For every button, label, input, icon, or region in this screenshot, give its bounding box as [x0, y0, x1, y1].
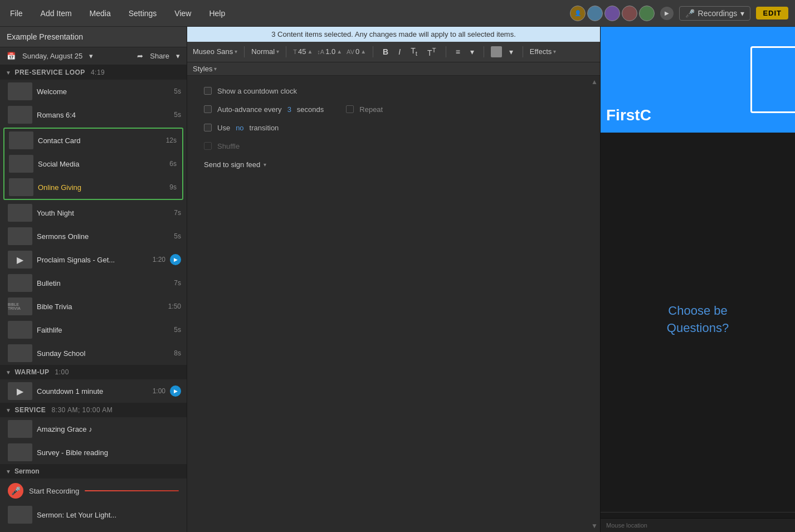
section-pre-service-loop[interactable]: ▼ PRE-SERVICE LOOP 4:19 [0, 65, 187, 80]
font-style-arrow: ▾ [276, 48, 279, 55]
send-sign-feed[interactable]: Send to sign feed ▾ [204, 160, 583, 169]
font-style-dropdown[interactable]: Normal ▾ [251, 47, 279, 56]
start-recording-row: 🎤 Start Recording [0, 479, 187, 503]
sidebar-header: Example Presentation [0, 27, 187, 47]
item-duration: 5s [174, 326, 181, 334]
menu-bar-left: File Add Item Media Settings View Help [7, 7, 570, 20]
toolbar-separator [373, 46, 373, 57]
line-height-control[interactable]: ↕A 1.0 ▲ [317, 47, 342, 56]
countdown-option: Show a countdown clock [204, 87, 583, 95]
line-height-value: 1.0 [325, 47, 335, 56]
toolbar-separator [244, 46, 245, 57]
send-sign-feed-label: Send to sign feed [204, 160, 260, 169]
item-label: Faithlife [37, 326, 167, 334]
list-item[interactable]: Survey - Bible reading [0, 441, 187, 464]
effects-dropdown[interactable]: Effects ▾ [530, 47, 557, 56]
list-item[interactable]: Bulletin 7s [0, 271, 187, 295]
list-item[interactable]: Sermons Online 5s [0, 224, 187, 248]
color-dropdown[interactable]: ▾ [506, 46, 516, 57]
menu-bar: File Add Item Media Settings View Help 👤… [0, 0, 795, 27]
font-family-dropdown[interactable]: Museo Sans ▾ [193, 47, 237, 56]
item-duration: 12s [166, 136, 177, 144]
scroll-down-button[interactable]: ▼ [591, 522, 598, 530]
subscript-button[interactable]: Tt [408, 45, 420, 58]
list-item[interactable]: Sermon: Let Your Light... [0, 503, 187, 526]
edit-button[interactable]: EDIT [756, 7, 788, 19]
list-item[interactable]: BIBLE TRIVIA Bible Trivia 1:50 [0, 295, 187, 318]
item-label: Welcome [37, 87, 167, 96]
toolbar-separator [286, 46, 286, 57]
section-warm-up[interactable]: ▼ WARM-UP 1:00 [0, 365, 187, 379]
scroll-up-button[interactable]: ▲ [591, 78, 598, 86]
section-service[interactable]: ▼ SERVICE 8:30 AM; 10:00 AM [0, 403, 187, 417]
main-layout: Example Presentation 📅 Sunday, August 25… [0, 27, 795, 532]
menu-file[interactable]: File [7, 7, 26, 20]
tracking-control[interactable]: AV 0 ▲ [347, 47, 366, 56]
share-button[interactable]: Share [150, 52, 169, 60]
list-item[interactable]: Amazing Grace ♪ [0, 417, 187, 441]
list-item[interactable]: ▶ Proclaim Signals - Get... 1:20 ▶ [0, 248, 187, 271]
menu-view[interactable]: View [171, 7, 194, 20]
item-duration: 8s [174, 349, 181, 357]
italic-button[interactable]: I [396, 46, 403, 57]
transition-checkbox[interactable] [204, 124, 212, 131]
countdown-checkbox[interactable] [204, 87, 212, 95]
menu-media[interactable]: Media [86, 7, 114, 20]
font-size-control[interactable]: T 45 ▲ [293, 47, 313, 56]
menu-help[interactable]: Help [206, 7, 228, 20]
recordings-dropdown-arrow: ▾ [740, 9, 744, 18]
line-height-icon: ↕A [317, 48, 324, 55]
auto-advance-checkbox[interactable] [204, 105, 212, 113]
superscript-button[interactable]: TT [425, 45, 439, 58]
list-item[interactable]: ▶ Countdown 1 minute 1:00 ▶ [0, 379, 187, 403]
list-item[interactable]: Social Media 6s [4, 152, 182, 175]
content-area: ▲ Show a countdown clock Auto-advance ev… [187, 76, 600, 532]
section-service-times: 8:30 AM; 10:00 AM [51, 406, 113, 414]
sidebar-date-bar: 📅 Sunday, August 25 ▾ ➦ Share ▾ [0, 47, 187, 65]
section-sermon[interactable]: ▼ Sermon [0, 464, 187, 479]
avatar-5 [639, 6, 655, 21]
item-thumbnail [8, 106, 32, 124]
preview-divider [601, 512, 795, 513]
record-button[interactable]: 🎤 [8, 483, 23, 499]
date-text[interactable]: Sunday, August 25 [22, 52, 82, 60]
list-item[interactable]: Contact Card 12s [4, 129, 182, 152]
font-family-arrow: ▾ [235, 48, 237, 55]
item-duration: 9s [169, 183, 177, 191]
font-size-up[interactable]: ▲ [307, 48, 313, 55]
styles-label[interactable]: Styles [193, 65, 212, 73]
list-item[interactable]: Youth Night 7s [0, 201, 187, 224]
auto-advance-num[interactable]: 3 [287, 105, 291, 114]
menu-settings[interactable]: Settings [125, 7, 160, 20]
align-button[interactable]: ≡ [453, 46, 463, 57]
play-icon: ▶ [170, 385, 181, 397]
transition-link[interactable]: no [236, 124, 243, 132]
bold-button[interactable]: B [380, 46, 391, 57]
list-item[interactable]: Romans 6:4 5s [0, 103, 187, 126]
sidebar-scroll[interactable]: ▼ PRE-SERVICE LOOP 4:19 Welcome 5s Roman… [0, 65, 187, 532]
item-duration: 1:00 [153, 387, 165, 395]
list-item[interactable]: Welcome 5s [0, 80, 187, 103]
color-swatch[interactable] [491, 46, 502, 57]
toolbar: Museo Sans ▾ Normal ▾ T 45 ▲ ↕A 1.0 ▲ AV… [187, 42, 600, 62]
effects-arrow: ▾ [553, 48, 556, 55]
repeat-label: Repeat [359, 105, 383, 114]
menu-add-item[interactable]: Add Item [37, 7, 75, 20]
list-item[interactable]: Sunday School 8s [0, 341, 187, 365]
recordings-button[interactable]: 🎤 Recordings ▾ [679, 6, 751, 21]
tracking-up[interactable]: ▲ [360, 48, 366, 55]
item-label: Survey - Bible reading [37, 448, 181, 457]
font-size-value: 45 [298, 47, 306, 56]
list-item[interactable]: Online Giving 9s [4, 175, 182, 199]
align-dropdown[interactable]: ▾ [467, 46, 477, 57]
repeat-checkbox[interactable] [346, 105, 354, 113]
preview-dark-area: Choose beQuestions? [601, 133, 795, 506]
list-item[interactable]: Faithlife 5s [0, 318, 187, 341]
item-label: Countdown 1 minute [37, 387, 146, 396]
send-sign-feed-arrow: ▾ [264, 162, 266, 168]
item-thumbnail [8, 321, 32, 339]
line-height-up[interactable]: ▲ [336, 48, 342, 55]
item-thumbnail [9, 131, 33, 149]
shuffle-label: Shuffle [217, 142, 240, 150]
stream-play-button[interactable]: ▶ [660, 7, 674, 20]
